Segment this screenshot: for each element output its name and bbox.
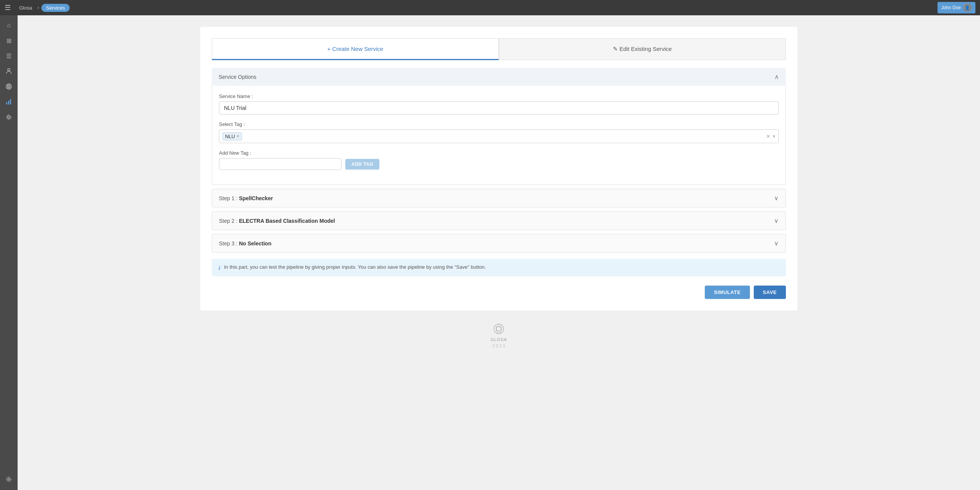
glosa-logo-icon: [492, 322, 506, 336]
add-tag-row: ADD TAG: [219, 158, 779, 170]
step-2-label: Step 2 : ELECTRA Based Classification Mo…: [219, 218, 335, 224]
svg-rect-5: [6, 102, 7, 105]
footer-brand-text: GLOSA: [491, 337, 507, 342]
step-3-chevron-icon[interactable]: ∨: [774, 240, 779, 247]
content-area: + Create New Service ✎ Edit Existing Ser…: [18, 15, 980, 490]
service-name-label: Service Name :: [219, 93, 779, 99]
info-text: In this part, you can test the pipeline …: [224, 264, 486, 270]
tag-chip-close-icon[interactable]: ×: [237, 134, 239, 139]
sidebar-item-grid[interactable]: ⊞: [2, 34, 16, 47]
sidebar-item-list[interactable]: ☰: [2, 49, 16, 63]
service-name-input[interactable]: [219, 101, 779, 114]
service-name-group: Service Name :: [219, 93, 779, 114]
service-options-section: Service Options ∧ Service Name : Select …: [212, 68, 786, 185]
info-icon: i: [219, 265, 220, 271]
select-tag-group: Select Tag : NLU × ✕ ▾: [219, 121, 779, 143]
sidebar-item-chart[interactable]: [2, 95, 16, 109]
add-tag-label: Add New Tag :: [219, 150, 779, 156]
tag-chip-label: NLU: [225, 134, 235, 139]
footer-year-text: 2 0 2 1: [492, 343, 505, 348]
simulate-button[interactable]: SIMULATE: [705, 286, 750, 299]
topbar-left: ☰ Glosa › Services: [5, 3, 70, 12]
add-tag-input[interactable]: [219, 158, 341, 170]
tag-select-container[interactable]: NLU × ✕ ▾: [219, 129, 779, 143]
step-1-section: Step 1 : SpellChecker ∨: [212, 189, 786, 207]
info-banner: i In this part, you can test the pipelin…: [212, 259, 786, 276]
tab-edit-existing-service[interactable]: ✎ Edit Existing Service: [499, 38, 786, 60]
action-buttons: SIMULATE SAVE: [212, 286, 786, 299]
svg-rect-6: [8, 101, 9, 105]
sidebar-item-home[interactable]: ⌂: [2, 18, 16, 32]
sidebar-item-settings[interactable]: [2, 472, 16, 486]
add-tag-group: Add New Tag : ADD TAG: [219, 150, 779, 170]
sidebar-item-network[interactable]: [2, 80, 16, 93]
user-avatar: 👤: [963, 3, 972, 12]
main-card: + Create New Service ✎ Edit Existing Ser…: [200, 27, 797, 310]
step-2-chevron-icon[interactable]: ∨: [774, 217, 779, 224]
footer-logo: GLOSA 2 0 2 1: [33, 322, 965, 348]
sidebar-item-user[interactable]: [2, 64, 16, 78]
section-options-header: Service Options ∧: [212, 68, 786, 86]
svg-point-10: [494, 324, 503, 333]
tab-create-new-service[interactable]: + Create New Service: [212, 38, 499, 60]
chevron-up-icon[interactable]: ∧: [774, 73, 779, 80]
section-options-body: Service Name : Select Tag : NLU × ✕: [212, 86, 786, 185]
breadcrumb-arrow: ›: [38, 5, 39, 10]
tag-clear-icon[interactable]: ✕: [766, 133, 771, 139]
user-badge[interactable]: John Doe 👤: [938, 2, 975, 13]
step-2-section: Step 2 : ELECTRA Based Classification Mo…: [212, 211, 786, 230]
step-3-header[interactable]: Step 3 : No Selection ∨: [212, 234, 786, 252]
step-1-label: Step 1 : SpellChecker: [219, 195, 273, 201]
svg-rect-7: [10, 99, 11, 105]
tag-chip-nlu: NLU ×: [222, 132, 242, 140]
section-options-label: Service Options: [219, 74, 256, 80]
save-button[interactable]: SAVE: [754, 286, 786, 299]
select-tag-label: Select Tag :: [219, 121, 779, 127]
footer: GLOSA 2 0 2 1: [33, 310, 965, 356]
add-tag-button[interactable]: ADD TAG: [345, 159, 379, 170]
step-3-label: Step 3 : No Selection: [219, 240, 271, 247]
step-1-header[interactable]: Step 1 : SpellChecker ∨: [212, 189, 786, 207]
main-layout: ⌂ ⊞ ☰: [0, 15, 980, 490]
tabs-container: + Create New Service ✎ Edit Existing Ser…: [212, 38, 786, 60]
svg-point-11: [497, 327, 501, 332]
tag-dropdown-icon[interactable]: ▾: [773, 134, 775, 139]
tag-select-actions: ✕ ▾: [766, 133, 775, 139]
sidebar-item-tools[interactable]: [2, 110, 16, 124]
hamburger-icon[interactable]: ☰: [5, 3, 11, 12]
svg-point-0: [8, 69, 10, 71]
sidebar: ⌂ ⊞ ☰: [0, 15, 18, 490]
topbar: ☰ Glosa › Services John Doe 👤: [0, 0, 980, 15]
breadcrumb-glosa[interactable]: Glosa: [16, 4, 35, 12]
topbar-right: John Doe 👤: [938, 2, 975, 13]
user-name: John Doe: [941, 5, 961, 10]
breadcrumb-services[interactable]: Services: [41, 4, 70, 12]
step-2-header[interactable]: Step 2 : ELECTRA Based Classification Mo…: [212, 212, 786, 230]
step-1-chevron-icon[interactable]: ∨: [774, 194, 779, 202]
step-3-section: Step 3 : No Selection ∨: [212, 234, 786, 253]
